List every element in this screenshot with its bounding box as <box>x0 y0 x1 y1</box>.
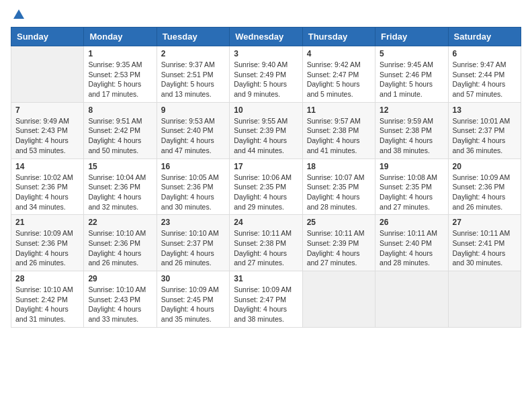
day-number: 20 <box>453 162 517 171</box>
cell-line: and 53 minutes. <box>15 146 79 156</box>
cell-line: Sunrise: 10:10 AM <box>161 228 225 238</box>
cell-line: Sunset: 2:38 PM <box>380 126 443 136</box>
calendar-cell: 10Sunrise: 9:55 AMSunset: 2:39 PMDayligh… <box>230 102 302 158</box>
calendar-cell: 3Sunrise: 9:40 AMSunset: 2:49 PMDaylight… <box>230 46 302 103</box>
cell-line: Sunrise: 10:10 AM <box>88 285 152 295</box>
cell-line: Daylight: 4 hours <box>161 304 225 314</box>
day-number: 23 <box>161 218 225 227</box>
cell-line: Daylight: 4 hours <box>234 248 298 259</box>
cell-line: Daylight: 4 hours <box>15 304 79 314</box>
calendar-cell <box>11 46 84 103</box>
logo <box>11 11 26 19</box>
cell-line: Sunrise: 10:09 AM <box>161 285 225 295</box>
calendar-body: 1Sunrise: 9:35 AMSunset: 2:53 PMDaylight… <box>11 46 521 328</box>
day-number: 2 <box>161 49 225 58</box>
cell-line: Daylight: 4 hours <box>88 304 152 314</box>
cell-line: Sunset: 2:36 PM <box>15 182 79 192</box>
day-number: 11 <box>307 105 371 115</box>
cell-line: Sunrise: 10:11 AM <box>307 228 371 238</box>
cell-line: and 27 minutes. <box>307 258 371 268</box>
cell-line: Sunset: 2:44 PM <box>453 70 517 80</box>
calendar-table: SundayMondayTuesdayWednesdayThursdayFrid… <box>11 27 521 328</box>
calendar-day-header: Sunday <box>11 28 84 46</box>
cell-line: and 31 minutes. <box>15 314 79 324</box>
calendar-cell: 29Sunrise: 10:10 AMSunset: 2:43 PMDaylig… <box>84 271 157 328</box>
calendar-cell: 6Sunrise: 9:47 AMSunset: 2:44 PMDaylight… <box>448 46 521 103</box>
cell-line: Sunrise: 10:09 AM <box>453 173 517 183</box>
cell-line: Sunrise: 9:45 AM <box>380 60 443 70</box>
page-header <box>11 11 521 19</box>
cell-line: Daylight: 5 hours <box>380 79 443 89</box>
calendar-cell: 30Sunrise: 10:09 AMSunset: 2:45 PMDaylig… <box>157 271 229 328</box>
cell-line: and 26 minutes. <box>453 202 517 212</box>
cell-line: Sunset: 2:38 PM <box>234 238 298 248</box>
calendar-cell: 20Sunrise: 10:09 AMSunset: 2:36 PMDaylig… <box>448 158 521 215</box>
cell-line: Daylight: 4 hours <box>453 248 517 259</box>
calendar-header-row: SundayMondayTuesdayWednesdayThursdayFrid… <box>11 28 521 46</box>
cell-line: Sunset: 2:36 PM <box>88 182 152 192</box>
day-number: 10 <box>234 105 298 115</box>
cell-line: Sunset: 2:47 PM <box>234 295 298 305</box>
cell-line: Sunrise: 10:09 AM <box>15 228 79 238</box>
cell-line: and 41 minutes. <box>307 146 371 156</box>
day-number: 30 <box>161 274 225 283</box>
day-number: 31 <box>234 274 298 283</box>
calendar-cell: 1Sunrise: 9:35 AMSunset: 2:53 PMDaylight… <box>84 46 157 103</box>
calendar-cell: 12Sunrise: 9:59 AMSunset: 2:38 PMDayligh… <box>375 102 448 158</box>
day-number: 22 <box>88 218 152 227</box>
cell-line: Sunrise: 10:10 AM <box>15 285 79 295</box>
cell-line: and 38 minutes. <box>234 314 298 324</box>
day-number: 7 <box>15 105 79 115</box>
day-number: 4 <box>307 49 371 58</box>
cell-line: Daylight: 4 hours <box>88 248 152 259</box>
cell-line: Sunrise: 10:04 AM <box>88 173 152 183</box>
calendar-cell: 27Sunrise: 10:11 AMSunset: 2:41 PMDaylig… <box>448 215 521 271</box>
calendar-cell: 23Sunrise: 10:10 AMSunset: 2:37 PMDaylig… <box>157 215 229 271</box>
cell-line: Sunset: 2:36 PM <box>88 238 152 248</box>
cell-line: Sunset: 2:36 PM <box>161 182 225 192</box>
calendar-cell <box>302 271 375 328</box>
cell-line: Sunset: 2:43 PM <box>88 295 152 305</box>
calendar-week-row: 7Sunrise: 9:49 AMSunset: 2:43 PMDaylight… <box>11 102 521 158</box>
day-number: 13 <box>453 105 517 115</box>
day-number: 17 <box>234 162 298 171</box>
cell-line: and 27 minutes. <box>234 258 298 268</box>
cell-line: and 9 minutes. <box>234 89 298 99</box>
cell-line: Daylight: 4 hours <box>234 136 298 146</box>
cell-line: Sunset: 2:43 PM <box>15 126 79 136</box>
cell-line: Sunset: 2:42 PM <box>15 295 79 305</box>
cell-line: Sunrise: 9:55 AM <box>234 116 298 126</box>
calendar-cell: 5Sunrise: 9:45 AMSunset: 2:46 PMDaylight… <box>375 46 448 103</box>
cell-line: Daylight: 4 hours <box>307 136 371 146</box>
cell-line: Sunrise: 10:08 AM <box>380 173 443 183</box>
cell-line: Sunrise: 10:01 AM <box>453 116 517 126</box>
cell-line: Daylight: 4 hours <box>234 304 298 314</box>
cell-line: Daylight: 4 hours <box>15 248 79 259</box>
cell-line: Sunrise: 9:47 AM <box>453 60 517 70</box>
cell-line: Sunrise: 10:09 AM <box>234 285 298 295</box>
calendar-cell: 28Sunrise: 10:10 AMSunset: 2:42 PMDaylig… <box>11 271 84 328</box>
cell-line: Daylight: 4 hours <box>380 136 443 146</box>
calendar-cell <box>375 271 448 328</box>
cell-line: Daylight: 4 hours <box>161 192 225 202</box>
cell-line: Sunrise: 10:07 AM <box>307 173 371 183</box>
day-number: 21 <box>15 218 79 227</box>
cell-line: Sunrise: 10:02 AM <box>15 173 79 183</box>
calendar-day-header: Wednesday <box>230 28 302 46</box>
cell-line: Sunset: 2:41 PM <box>453 238 517 248</box>
calendar-cell: 31Sunrise: 10:09 AMSunset: 2:47 PMDaylig… <box>230 271 302 328</box>
cell-line: Sunset: 2:35 PM <box>380 182 443 192</box>
day-number: 25 <box>307 218 371 227</box>
calendar-cell: 25Sunrise: 10:11 AMSunset: 2:39 PMDaylig… <box>302 215 375 271</box>
day-number: 6 <box>453 49 517 58</box>
cell-line: Sunrise: 9:35 AM <box>88 60 152 70</box>
cell-line: Sunset: 2:51 PM <box>161 70 225 80</box>
calendar-cell: 14Sunrise: 10:02 AMSunset: 2:36 PMDaylig… <box>11 158 84 215</box>
calendar-cell: 4Sunrise: 9:42 AMSunset: 2:47 PMDaylight… <box>302 46 375 103</box>
cell-line: Sunrise: 9:53 AM <box>161 116 225 126</box>
calendar-cell: 7Sunrise: 9:49 AMSunset: 2:43 PMDaylight… <box>11 102 84 158</box>
cell-line: Daylight: 4 hours <box>161 248 225 259</box>
cell-line: Daylight: 4 hours <box>453 79 517 89</box>
cell-line: Daylight: 4 hours <box>453 136 517 146</box>
day-number: 9 <box>161 105 225 115</box>
